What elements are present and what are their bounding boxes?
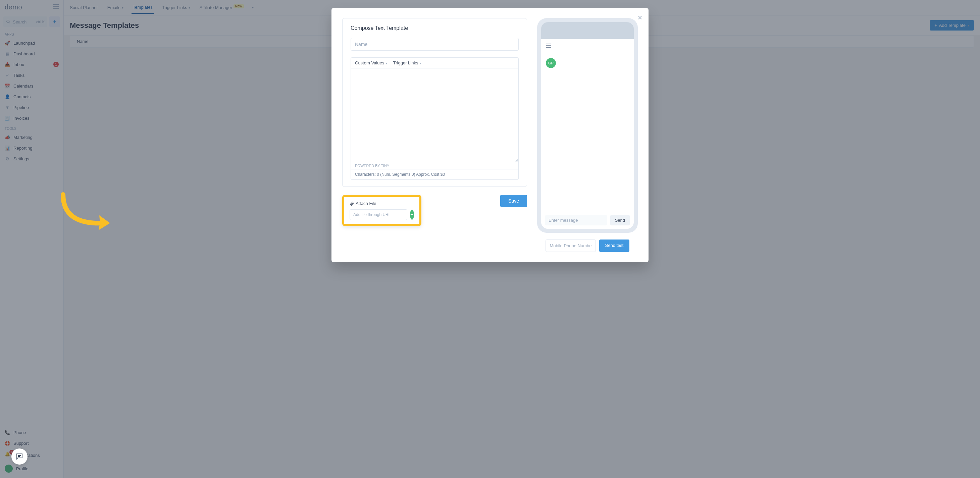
chat-icon [16,453,24,461]
close-button[interactable]: ✕ [638,14,643,21]
phone-send-button[interactable]: Send [610,215,630,226]
modal-overlay: ✕ Compose Text Template Custom Values ▾ … [0,0,980,478]
send-test-button[interactable]: Send test [599,240,630,252]
phone-menu-icon [541,39,634,53]
plus-icon: + [410,212,413,218]
hamburger-icon [546,44,551,48]
paperclip-icon [350,201,354,206]
help-chat-button[interactable] [11,448,27,465]
preview-column: GP Enter message Send Send test [537,18,638,252]
editor: Custom Values ▾ Trigger Links ▾ ◢ POWERE… [351,57,519,180]
editor-textarea[interactable]: ◢ [351,68,519,162]
compose-modal: ✕ Compose Text Template Custom Values ▾ … [331,8,649,262]
attach-file-section: Attach File + [342,195,422,226]
mobile-number-input[interactable] [546,240,596,252]
trigger-links-dropdown[interactable]: Trigger Links ▾ [393,60,421,65]
resize-handle-icon[interactable]: ◢ [515,158,518,162]
attach-file-label: Attach File [350,201,414,206]
character-count: Characters: 0 (Num. Segments 0) Approx. … [351,169,519,179]
chevron-down-icon: ▾ [419,61,421,65]
add-file-button[interactable]: + [410,210,414,220]
file-url-input[interactable] [350,209,407,220]
phone-preview: GP Enter message Send [537,18,638,233]
save-button[interactable]: Save [500,195,527,207]
message-avatar: GP [546,58,556,68]
powered-by: POWERED BY TINY [351,162,519,169]
custom-values-dropdown[interactable]: Custom Values ▾ [355,60,387,65]
template-name-input[interactable] [351,38,519,51]
modal-title: Compose Text Template [351,25,519,31]
phone-message-input[interactable]: Enter message [545,215,607,226]
chevron-down-icon: ▾ [385,61,387,65]
